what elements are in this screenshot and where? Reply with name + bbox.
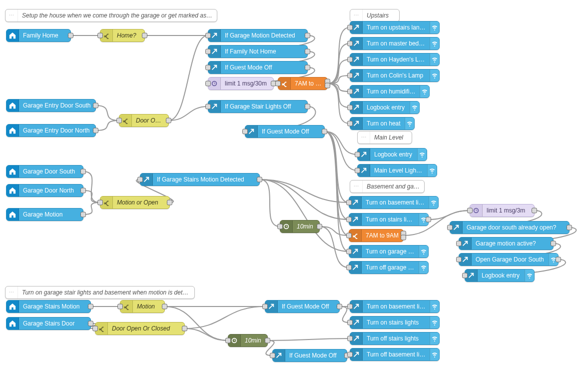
node-open_gds[interactable]: Open Garage Door South — [459, 253, 559, 266]
port-out[interactable] — [257, 177, 262, 182]
node-door_open[interactable]: Door Open — [119, 114, 169, 127]
node-t10min1[interactable]: 10min — [280, 220, 320, 233]
port-out[interactable] — [337, 304, 342, 310]
port-in[interactable] — [275, 81, 281, 86]
port-in[interactable] — [205, 49, 211, 54]
port-out[interactable] — [93, 128, 98, 134]
node-up_log[interactable]: Logbook entry — [350, 101, 420, 114]
node-motion_sw[interactable]: Motion — [120, 300, 165, 313]
node-f2_stairs_on[interactable]: Turn on stairs lights — [350, 316, 440, 329]
port-in[interactable] — [242, 129, 248, 134]
node-if_g_motion[interactable]: If Garage Motion Detected — [208, 29, 308, 42]
port-out[interactable] — [305, 104, 310, 110]
port-out[interactable] — [401, 234, 406, 240]
node-home_q[interactable]: Home? — [100, 29, 145, 42]
node-bg_garage_on[interactable]: Turn on garage lights — [349, 245, 429, 258]
node-up_heat[interactable]: Turn on heat — [350, 117, 415, 130]
node-if_guest_off3[interactable]: If Guest Mode Off — [265, 300, 340, 313]
port-in[interactable] — [205, 33, 211, 38]
node-gs_motion[interactable]: Garage Stairs Motion — [6, 300, 91, 313]
port-out[interactable] — [93, 103, 98, 108]
node-f2_basement_on[interactable]: Turn on basement lights — [350, 300, 440, 313]
node-if_guest_off4[interactable]: If Guest Mode Off — [272, 349, 347, 362]
node-c3[interactable]: Main Level — [357, 131, 412, 144]
node-c2[interactable]: Upstairs — [350, 9, 400, 22]
node-ge_north[interactable]: Garage Entry Door North — [6, 124, 96, 137]
node-g_motion[interactable]: Garage Motion — [6, 208, 83, 221]
port-in[interactable] — [347, 105, 353, 110]
port-in[interactable] — [92, 326, 98, 332]
port-out[interactable] — [166, 118, 171, 124]
port-out[interactable] — [142, 33, 147, 38]
port-out[interactable] — [305, 49, 310, 54]
port-out[interactable] — [68, 33, 73, 38]
port-out[interactable] — [556, 257, 561, 262]
port-in[interactable] — [347, 89, 353, 94]
node-if_guest_off1[interactable]: If Guest Mode Off — [208, 61, 308, 74]
port-in[interactable] — [456, 257, 462, 262]
port-in[interactable] — [347, 336, 353, 342]
port-in[interactable] — [347, 304, 353, 310]
port-out[interactable] — [325, 82, 330, 88]
port-out[interactable] — [167, 200, 172, 206]
port-in[interactable] — [225, 338, 231, 344]
port-out[interactable] — [265, 338, 270, 344]
port-in[interactable] — [137, 177, 143, 182]
port-in[interactable] — [347, 25, 353, 30]
node-up_colin[interactable]: Turn on Colin's Lamp — [350, 69, 440, 82]
node-gds_log[interactable]: Logbook entry — [465, 269, 535, 282]
port-out[interactable] — [80, 188, 86, 194]
port-out[interactable] — [317, 224, 322, 230]
node-ml_lights[interactable]: Main Level Lights on — [357, 164, 437, 177]
port-out[interactable] — [551, 241, 556, 246]
node-up_master[interactable]: Turn on master bedroom — [350, 37, 440, 50]
port-out[interactable] — [88, 304, 93, 310]
node-family_home[interactable]: Family Home — [6, 29, 71, 42]
node-t7_9[interactable]: 7AM to 9AM — [349, 229, 404, 242]
port-in[interactable] — [270, 353, 275, 358]
node-f2_stairs_off[interactable]: Turn off stairs lights — [350, 332, 440, 345]
port-in[interactable] — [346, 249, 352, 254]
port-in[interactable] — [346, 217, 352, 222]
port-out[interactable] — [322, 129, 327, 134]
port-in[interactable] — [346, 200, 352, 206]
port-in[interactable] — [205, 104, 211, 110]
port-in[interactable] — [277, 224, 283, 230]
node-if_gsl_off[interactable]: If Garage Stair Lights Off — [208, 100, 308, 113]
port-in[interactable] — [262, 304, 268, 310]
port-in[interactable] — [116, 118, 122, 124]
port-in[interactable] — [456, 241, 462, 246]
node-up_hayden[interactable]: Turn on Hayden's Lamp — [350, 53, 440, 66]
node-q_gm_active[interactable]: Garage motion active? — [459, 237, 554, 250]
node-bg_stairs_on[interactable]: Turn on stairs lights — [349, 213, 429, 226]
node-c1[interactable]: Setup the house when we come through the… — [5, 9, 217, 22]
port-in[interactable] — [467, 208, 473, 214]
node-ml_log[interactable]: Logbook entry — [357, 148, 427, 161]
node-if_gs_motion[interactable]: If Garage Stairs Motion Detected — [140, 173, 260, 186]
node-motion_or_open[interactable]: Motion or Open — [100, 196, 170, 209]
port-in[interactable] — [205, 81, 211, 86]
port-out[interactable] — [305, 33, 310, 38]
port-in[interactable] — [346, 265, 352, 270]
node-ge_south[interactable]: Garage Entry Door South — [6, 99, 96, 112]
node-gd_north[interactable]: Garage Door North — [6, 184, 83, 197]
port-in[interactable] — [347, 320, 353, 326]
port-in[interactable] — [205, 65, 211, 70]
port-in[interactable] — [347, 352, 353, 358]
port-out[interactable] — [182, 326, 187, 332]
node-limit30[interactable]: limit 1 msg/30m — [208, 77, 274, 90]
port-out[interactable] — [305, 65, 310, 70]
node-bg_garage_off[interactable]: Turn off garage lights — [349, 261, 429, 274]
node-gs_door[interactable]: Garage Stairs Door — [6, 317, 91, 330]
node-if_fam_not_home[interactable]: If Family Not Home — [208, 45, 308, 58]
port-out[interactable] — [80, 212, 86, 218]
node-t10min2[interactable]: 10min — [228, 334, 268, 347]
port-in[interactable] — [347, 73, 353, 78]
port-out[interactable] — [567, 225, 572, 230]
node-if_guest_off2[interactable]: If Guest Mode Off — [245, 125, 325, 138]
port-in[interactable] — [447, 225, 453, 230]
node-bg_basement_on[interactable]: Turn on basement lights — [349, 196, 439, 209]
node-up_humid[interactable]: Turn on humidifiers — [350, 85, 430, 98]
port-in[interactable] — [462, 273, 468, 278]
port-in[interactable] — [117, 304, 123, 310]
